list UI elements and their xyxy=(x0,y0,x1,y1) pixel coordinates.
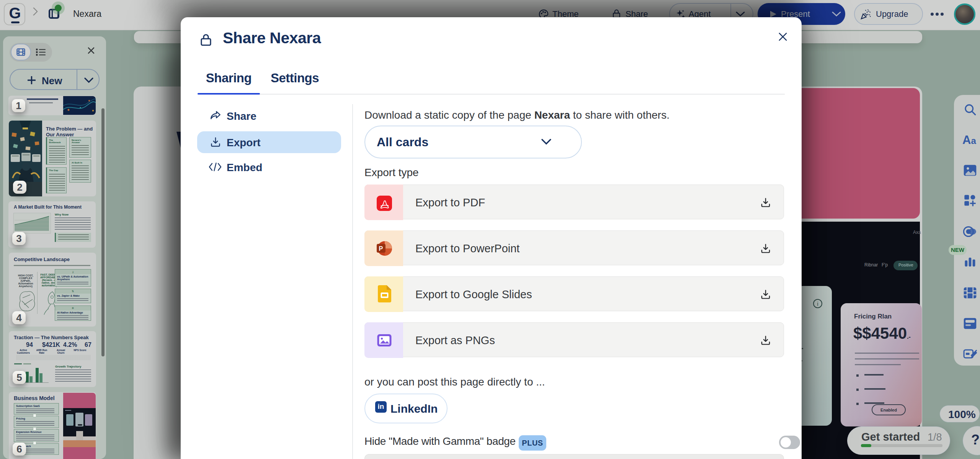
svg-text:P: P xyxy=(379,245,383,252)
